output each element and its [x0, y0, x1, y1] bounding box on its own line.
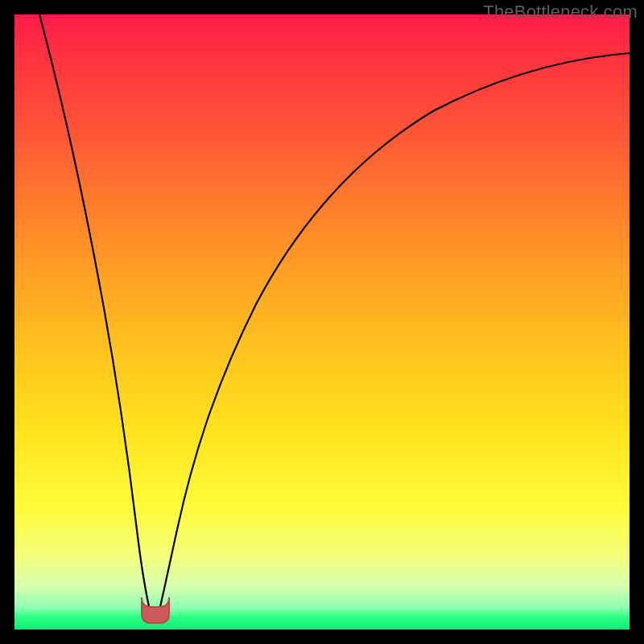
min-marker	[142, 597, 169, 623]
watermark-text: TheBottleneck.com	[483, 2, 638, 23]
bottleneck-curve	[39, 14, 630, 617]
curve-layer	[14, 14, 630, 630]
chart-frame: TheBottleneck.com	[0, 0, 644, 644]
plot-area	[14, 14, 630, 630]
